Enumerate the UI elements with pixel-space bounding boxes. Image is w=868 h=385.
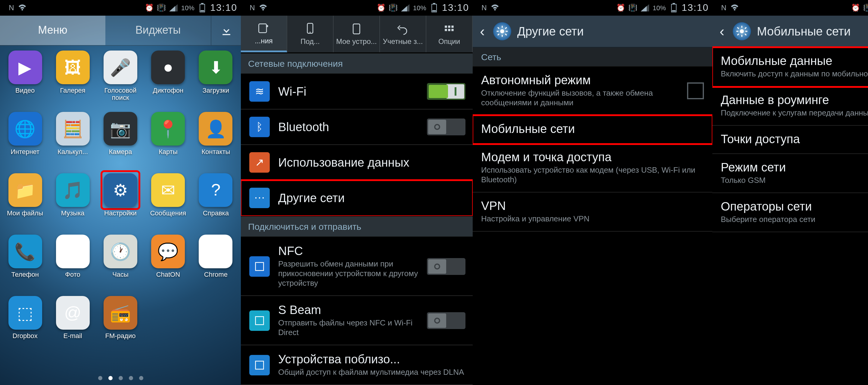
row-subtitle: Включить доступ к данным по мобильной се… bbox=[721, 69, 868, 79]
svg-point-35 bbox=[740, 29, 744, 33]
calc-icon: 🧮 bbox=[56, 112, 90, 146]
app-downloads[interactable]: ⬇Загрузки bbox=[192, 50, 240, 111]
app-chrome[interactable]: ◉Chrome bbox=[192, 235, 240, 295]
app-voice[interactable]: 🎤Голосовой поиск bbox=[97, 50, 144, 111]
app-label: Сообщения bbox=[150, 209, 186, 217]
wifi-icon bbox=[259, 4, 267, 12]
app-label: Интернет bbox=[10, 148, 39, 155]
row-mobiledata[interactable]: Мобильные данныеВключить доступ к данным… bbox=[712, 47, 868, 86]
svg-rect-17 bbox=[256, 262, 264, 270]
row-nfc[interactable]: NFCРазрешить обмен данными при прикоснов… bbox=[241, 237, 473, 296]
app-recorder[interactable]: ●Диктофон bbox=[144, 50, 192, 111]
row-operators[interactable]: Операторы сетиВыберите оператора сети bbox=[712, 193, 868, 232]
svg-rect-42 bbox=[737, 33, 739, 35]
tab-options[interactable]: Опции bbox=[426, 15, 473, 53]
row-title: VPN bbox=[481, 199, 704, 213]
screen-settings: N ⏰ 📳 10% 13:10 ...нияПод...Мое устро...… bbox=[241, 0, 473, 385]
page-title: Мобильные сети bbox=[757, 24, 850, 38]
settings-icon: ⚙ bbox=[103, 173, 137, 207]
gear-icon bbox=[493, 22, 511, 40]
tab-my-device[interactable]: Под... bbox=[287, 15, 334, 53]
row-mobile[interactable]: Мобильные сети bbox=[473, 115, 712, 144]
wifi-icon: ≋ bbox=[249, 81, 270, 102]
app-files[interactable]: 📁Мои файлы bbox=[1, 173, 49, 234]
app-email[interactable]: @E-mail bbox=[49, 296, 96, 356]
row-sbeam[interactable]: S BeamОтправить файлы через NFC и Wi-Fi … bbox=[241, 296, 473, 345]
app-calc[interactable]: 🧮Калькул... bbox=[49, 112, 96, 172]
vibrate-icon: 📳 bbox=[157, 4, 165, 12]
svg-point-7 bbox=[266, 25, 268, 27]
toggle[interactable] bbox=[427, 258, 465, 275]
row-nearby[interactable]: Устройства поблизо...Общий доступ к файл… bbox=[241, 345, 473, 385]
page-indicator[interactable] bbox=[0, 371, 241, 385]
settings-tabbar: ...нияПод...Мое устро...Учетные з...Опци… bbox=[241, 15, 473, 53]
app-fmradio[interactable]: 📻FM-радио bbox=[97, 296, 144, 356]
svg-rect-13 bbox=[451, 26, 454, 28]
row-subtitle: Разрешить обмен данными при прикосновени… bbox=[278, 259, 418, 288]
app-camera[interactable]: 📷Камера bbox=[97, 112, 144, 172]
section-network: Сеть bbox=[473, 47, 712, 67]
music-icon: 🎵 bbox=[56, 173, 90, 207]
app-music[interactable]: 🎵Музыка bbox=[49, 173, 96, 234]
tab-device[interactable]: Мое устро... bbox=[334, 15, 380, 53]
camera-icon: 📷 bbox=[103, 112, 137, 146]
app-maps[interactable]: 📍Карты bbox=[144, 112, 192, 172]
back-button[interactable]: ‹ bbox=[717, 23, 727, 40]
row-roaming[interactable]: Данные в роумингеПодключение к услугам п… bbox=[712, 86, 868, 126]
clock-icon: 🕐 bbox=[103, 235, 137, 268]
row-netmode[interactable]: Режим сетиТолько GSM› bbox=[712, 154, 868, 193]
svg-rect-31 bbox=[505, 27, 507, 29]
screen-home: N ⏰ 📳 10% 13:10 Меню Виджеты ▶Видео🖼Гале… bbox=[0, 0, 241, 385]
tab-menu[interactable]: Меню bbox=[0, 15, 105, 45]
svg-rect-43 bbox=[745, 27, 747, 29]
row-wifi[interactable]: ≋Wi-Fi bbox=[241, 74, 473, 109]
app-phone[interactable]: 📞Телефон bbox=[1, 235, 49, 295]
toggle[interactable] bbox=[427, 83, 465, 100]
app-video[interactable]: ▶Видео bbox=[1, 50, 49, 111]
checkbox[interactable] bbox=[687, 82, 704, 99]
app-dropbox[interactable]: ⬚Dropbox bbox=[1, 296, 49, 356]
app-settings[interactable]: ⚙Настройки bbox=[97, 173, 144, 234]
tab-label: Под... bbox=[301, 37, 320, 46]
app-gallery[interactable]: 🖼Галерея bbox=[49, 50, 96, 111]
app-label: Часы bbox=[112, 271, 129, 278]
app-label: Загрузки bbox=[203, 86, 229, 94]
section-network-connections: Сетевые подключения bbox=[241, 53, 473, 74]
download-button[interactable] bbox=[211, 15, 241, 45]
app-label: Dropbox bbox=[13, 332, 38, 339]
app-photos[interactable]: ✦Фото bbox=[49, 235, 96, 295]
svg-rect-10 bbox=[353, 24, 360, 34]
tab-widgets[interactable]: Виджеты bbox=[105, 15, 211, 45]
email-icon: @ bbox=[56, 296, 90, 330]
internet-icon: 🌐 bbox=[8, 112, 42, 146]
app-label: Настройки bbox=[104, 209, 137, 217]
tab-connections[interactable]: ...ния bbox=[241, 15, 287, 53]
row-title: NFC bbox=[278, 244, 418, 258]
page-title: Другие сети bbox=[517, 24, 584, 38]
row-apn[interactable]: Точки доступа bbox=[712, 126, 868, 154]
toggle[interactable] bbox=[427, 118, 465, 135]
app-label: Галерея bbox=[60, 86, 85, 94]
app-internet[interactable]: 🌐Интернет bbox=[1, 112, 49, 172]
nfc-icon bbox=[249, 256, 270, 276]
app-messages[interactable]: ✉Сообщения bbox=[144, 173, 192, 234]
app-chaton[interactable]: 💬ChatON bbox=[144, 235, 192, 295]
row-data[interactable]: ↗Использование данных bbox=[241, 145, 473, 180]
row-bluetooth[interactable]: ᛒBluetooth bbox=[241, 109, 473, 145]
svg-rect-36 bbox=[741, 26, 742, 28]
row-other[interactable]: ⋯Другие сети bbox=[241, 180, 473, 216]
tab-accounts[interactable]: Учетные з... bbox=[380, 15, 426, 53]
row-tether[interactable]: Модем и точка доступаИспользовать устрой… bbox=[473, 144, 712, 193]
row-airplane[interactable]: Автономный режимОтключение функций вызов… bbox=[473, 67, 712, 115]
row-vpn[interactable]: VPNНастройка и управление VPN bbox=[473, 193, 712, 232]
wifi-icon bbox=[731, 4, 739, 12]
maps-icon: 📍 bbox=[151, 112, 185, 146]
back-button[interactable]: ‹ bbox=[477, 23, 487, 40]
app-label: Диктофон bbox=[153, 86, 184, 94]
app-clock[interactable]: 🕐Часы bbox=[97, 235, 144, 295]
svg-rect-30 bbox=[497, 33, 499, 35]
app-contacts[interactable]: 👤Контакты bbox=[192, 112, 240, 172]
app-help[interactable]: ?Справка bbox=[192, 173, 240, 234]
accounts-icon bbox=[395, 22, 411, 35]
toggle[interactable] bbox=[427, 312, 465, 329]
